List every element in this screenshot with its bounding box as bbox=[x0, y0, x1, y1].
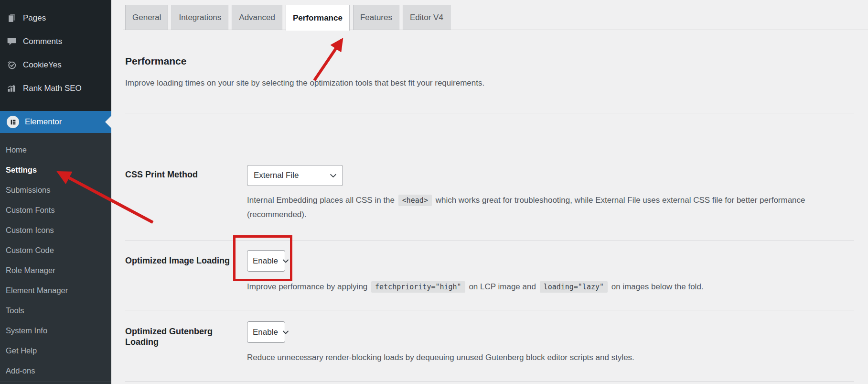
sidebar-item-cookieyes[interactable]: CookieYes bbox=[0, 53, 111, 77]
css-print-method-description: Internal Embedding places all CSS in the… bbox=[247, 193, 854, 222]
admin-sidebar: Pages Comments CookieYes Rank Math SEO E… bbox=[0, 0, 111, 384]
submenu-item-custom-fonts[interactable]: Custom Fonts bbox=[0, 200, 111, 220]
submenu-item-element-manager[interactable]: Element Manager bbox=[0, 280, 111, 300]
optimized-image-loading-description: Improve performance by applying fetchpri… bbox=[247, 280, 854, 294]
elementor-submenu: Home Settings Submissions Custom Fonts C… bbox=[0, 133, 111, 384]
submenu-item-home[interactable]: Home bbox=[0, 140, 111, 160]
sidebar-bottom-divider bbox=[0, 381, 111, 382]
submenu-item-add-ons[interactable]: Add-ons bbox=[0, 361, 111, 381]
page-title: Performance bbox=[125, 55, 186, 67]
pages-icon bbox=[7, 13, 17, 23]
sidebar-item-label: Elementor bbox=[25, 117, 62, 127]
tab-performance[interactable]: Performance bbox=[286, 5, 350, 31]
sidebar-item-comments[interactable]: Comments bbox=[0, 30, 111, 53]
optimized-gutenberg-loading-label: Optimized Gutenberg Loading bbox=[125, 326, 245, 347]
tab-advanced[interactable]: Advanced bbox=[232, 5, 282, 30]
select-value: Enable bbox=[253, 256, 278, 266]
comments-icon bbox=[7, 36, 17, 46]
section-divider bbox=[125, 381, 854, 382]
elementor-icon bbox=[7, 116, 19, 128]
tab-integrations[interactable]: Integrations bbox=[171, 5, 228, 30]
submenu-item-role-manager[interactable]: Role Manager bbox=[0, 260, 111, 280]
rank-math-seo-icon bbox=[7, 83, 17, 93]
chevron-down-icon bbox=[329, 172, 337, 180]
submenu-item-system-info[interactable]: System Info bbox=[0, 320, 111, 340]
optimized-image-loading-label: Optimized Image Loading bbox=[125, 255, 245, 266]
submenu-item-custom-code[interactable]: Custom Code bbox=[0, 240, 111, 260]
fetchpriority-code-chip: fetchpriority="high" bbox=[371, 281, 465, 293]
settings-content: General Integrations Advanced Performanc… bbox=[111, 0, 868, 384]
section-divider bbox=[125, 310, 854, 310]
section-divider bbox=[125, 113, 854, 113]
page-description: Improve loading times on your site by se… bbox=[125, 78, 839, 88]
submenu-item-submissions[interactable]: Submissions bbox=[0, 180, 111, 200]
select-value: External File bbox=[254, 171, 299, 180]
tab-editor-v4[interactable]: Editor V4 bbox=[403, 5, 450, 30]
chevron-down-icon bbox=[282, 257, 289, 265]
loading-lazy-code-chip: loading="lazy" bbox=[540, 281, 608, 293]
css-print-method-select[interactable]: External File bbox=[247, 165, 343, 186]
description-text: on LCP image and bbox=[467, 282, 538, 291]
description-text: Improve performance by applying bbox=[247, 282, 370, 291]
sidebar-item-label: Pages bbox=[23, 13, 46, 23]
tab-general[interactable]: General bbox=[125, 5, 168, 30]
chevron-down-icon bbox=[282, 329, 289, 336]
sidebar-item-label: Rank Math SEO bbox=[23, 84, 82, 93]
optimized-gutenberg-loading-description: Reduce unnecessary render-blocking loads… bbox=[247, 351, 854, 365]
description-text: Reduce unnecessary render-blocking loads… bbox=[247, 353, 634, 362]
select-value: Enable bbox=[253, 328, 278, 337]
optimized-gutenberg-loading-select[interactable]: Enable bbox=[247, 321, 285, 343]
submenu-item-custom-icons[interactable]: Custom Icons bbox=[0, 220, 111, 240]
description-text: on images below the fold. bbox=[609, 282, 704, 291]
optimized-image-loading-select[interactable]: Enable bbox=[247, 250, 285, 272]
submenu-item-get-help[interactable]: Get Help bbox=[0, 340, 111, 361]
sidebar-item-label: Comments bbox=[23, 37, 62, 46]
settings-tabs: General Integrations Advanced Performanc… bbox=[125, 5, 450, 31]
sidebar-item-rank-math[interactable]: Rank Math SEO bbox=[0, 77, 111, 100]
tab-features[interactable]: Features bbox=[353, 5, 399, 30]
css-print-method-label: CSS Print Method bbox=[125, 169, 245, 180]
section-divider bbox=[125, 240, 854, 241]
head-tag-code-chip: <head> bbox=[398, 195, 432, 206]
sidebar-item-pages[interactable]: Pages bbox=[0, 6, 111, 30]
submenu-item-settings[interactable]: Settings bbox=[0, 160, 111, 180]
cookieyes-icon bbox=[7, 60, 17, 70]
sidebar-item-label: CookieYes bbox=[23, 60, 62, 70]
sidebar-item-elementor[interactable]: Elementor bbox=[0, 111, 111, 133]
submenu-item-tools[interactable]: Tools bbox=[0, 300, 111, 320]
description-text: Internal Embedding places all CSS in the bbox=[247, 196, 397, 205]
admin-main-menu: Pages Comments CookieYes Rank Math SEO bbox=[0, 0, 111, 100]
